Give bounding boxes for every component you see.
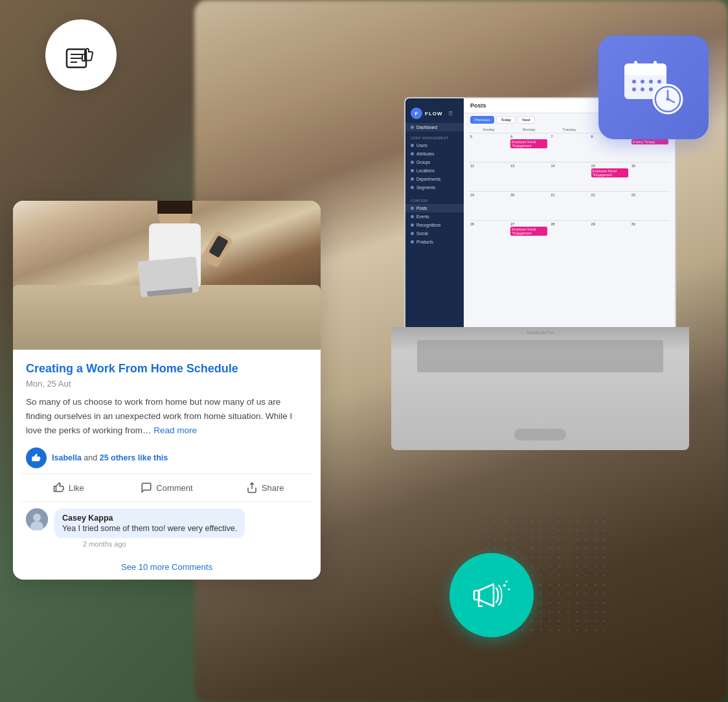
nav-segments[interactable]: Segments <box>405 183 464 192</box>
cal-cell: 29 <box>590 221 630 249</box>
calendar-clock-svg <box>621 57 686 119</box>
user-mgmt-section: USER MANAGEMENT Users Attributes Groups … <box>405 131 464 194</box>
cal-cell: 15 Employee Social *Engagement <box>590 163 630 191</box>
svg-point-9 <box>641 80 644 84</box>
like-comment-icon-circle <box>45 19 117 91</box>
cal-cell: 23 <box>630 192 670 220</box>
cal-event: Employee Social *Engagement <box>591 168 628 177</box>
svg-rect-16 <box>634 61 637 69</box>
nav-recognitions[interactable]: Recognitions <box>405 221 464 229</box>
like-badge-icon <box>26 447 47 468</box>
post-likes-bar: Isabella and 25 others like this <box>13 441 321 473</box>
cal-cell: 6 Employee Social *Engagement <box>509 133 549 162</box>
cal-cell: 28 <box>549 221 589 249</box>
cal-cell: 5 <box>469 133 508 162</box>
like-button[interactable]: Like <box>19 477 118 499</box>
likes-text: Isabella and 25 others like this <box>52 453 168 462</box>
nav-events[interactable]: Events <box>405 212 464 221</box>
comment-icon <box>141 482 152 493</box>
like-comment-svg <box>62 38 100 73</box>
post-date: Mon, 25 Aut <box>26 379 308 389</box>
cal-next-btn[interactable]: Next <box>518 116 534 124</box>
person-silhouette <box>136 201 214 311</box>
dashboard-sidebar: F FLOW ☰ Dashboard USER MANAGEMENT Users… <box>405 98 464 329</box>
nav-social[interactable]: Social <box>405 229 464 238</box>
comment-time: 2 months ago <box>54 540 245 548</box>
comment-text: Yea I tried some of them too! were very … <box>62 524 237 533</box>
cal-cell: 19 <box>469 192 508 220</box>
nav-departments[interactable]: Departments <box>405 175 464 183</box>
cal-cell: 22 <box>590 192 630 220</box>
nav-attributes[interactable]: Attributes <box>405 150 464 158</box>
cal-today-btn[interactable]: Today <box>496 116 516 124</box>
cal-cell: 14 <box>549 163 589 191</box>
cal-week-3: 19 20 21 22 23 <box>469 191 670 220</box>
keyboard <box>417 340 663 372</box>
thumbs-up-icon <box>31 453 41 463</box>
nav-products[interactable]: Products <box>405 238 464 246</box>
calendar-grid: Sunday Monday Tuesday Wednesday Thu 5 6 … <box>464 126 675 249</box>
post-title: Creating a Work From Home Schedule <box>26 361 308 376</box>
dash-menu-icon: ☰ <box>448 111 453 117</box>
svg-point-22 <box>666 97 670 100</box>
svg-point-13 <box>641 87 644 91</box>
cal-day-sunday: Sunday <box>469 126 508 133</box>
cal-week-2: 12 13 14 15 Employee Social *Engagement … <box>469 162 670 191</box>
cal-cell: 12 <box>469 163 508 191</box>
post-card-image <box>13 201 321 350</box>
avatar-svg <box>26 508 48 530</box>
photo-bg <box>13 201 321 350</box>
dash-logo-text: FLOW <box>425 111 443 117</box>
calendar-icon-box <box>598 36 709 139</box>
comment-avatar <box>26 508 48 530</box>
post-actions: Like Comment Share <box>19 473 314 502</box>
see-more-comments[interactable]: See 10 more Comments <box>13 554 321 580</box>
dash-logo: F FLOW ☰ <box>405 104 464 123</box>
cal-event: Employee Social *Engagement <box>510 139 547 148</box>
trackpad <box>514 429 566 440</box>
content-section: CONTENT Posts Events Recognitions Social <box>405 194 464 249</box>
comment-author: Casey Kappa <box>62 514 237 523</box>
cal-cell: 26 <box>469 221 508 249</box>
post-excerpt: So many of us choose to work from home b… <box>26 395 308 437</box>
comment-button[interactable]: Comment <box>118 477 216 499</box>
dash-nav-dashboard[interactable]: Dashboard <box>405 123 464 131</box>
cal-cell: 20 <box>509 192 549 220</box>
share-button[interactable]: Share <box>216 477 314 499</box>
likes-count: 25 others like this <box>100 453 168 462</box>
svg-point-29 <box>33 514 41 521</box>
post-comment-section: Casey Kappa Yea I tried some of them too… <box>13 502 321 554</box>
comment-bubble: Casey Kappa Yea I tried some of them too… <box>54 508 245 538</box>
cal-cell: 30 <box>630 221 670 249</box>
svg-point-11 <box>657 80 661 84</box>
post-card: Creating a Work From Home Schedule Mon, … <box>13 201 321 580</box>
cal-day-monday: Monday <box>509 126 549 133</box>
post-card-body: Creating a Work From Home Schedule Mon, … <box>13 350 321 437</box>
laptop-body: MacBook Pro <box>391 327 689 450</box>
cal-event: Employee Social *Engagement <box>510 227 547 236</box>
cal-cell: 16 <box>630 163 670 191</box>
nav-groups[interactable]: Groups <box>405 158 464 166</box>
like-icon <box>53 482 65 493</box>
cal-event: Employ *Engag <box>631 139 668 144</box>
cal-cell: 27 Employee Social *Engagement <box>509 221 549 249</box>
macbook-label: MacBook Pro <box>527 330 554 335</box>
svg-point-14 <box>649 87 653 91</box>
cal-prev-btn[interactable]: Previous <box>470 116 494 124</box>
nav-posts[interactable]: Posts <box>405 204 464 212</box>
cal-week-4: 26 27 Employee Social *Engagement 28 29 … <box>469 220 670 249</box>
read-more-link[interactable]: Read more <box>154 425 197 435</box>
megaphone-icon-circle <box>449 553 534 637</box>
cal-cell: 13 <box>509 163 549 191</box>
svg-point-10 <box>649 80 653 84</box>
cal-day-tuesday: Tuesday <box>549 126 589 133</box>
svg-rect-17 <box>654 61 657 69</box>
share-icon <box>246 482 258 493</box>
cal-cell: 21 <box>549 192 589 220</box>
svg-point-24 <box>503 584 506 587</box>
nav-users[interactable]: Users <box>405 141 464 150</box>
nav-locations[interactable]: Locations <box>405 166 464 175</box>
comment-item: Casey Kappa Yea I tried some of them too… <box>26 508 308 548</box>
cal-cell: 7 <box>549 133 589 162</box>
svg-point-8 <box>632 80 636 84</box>
